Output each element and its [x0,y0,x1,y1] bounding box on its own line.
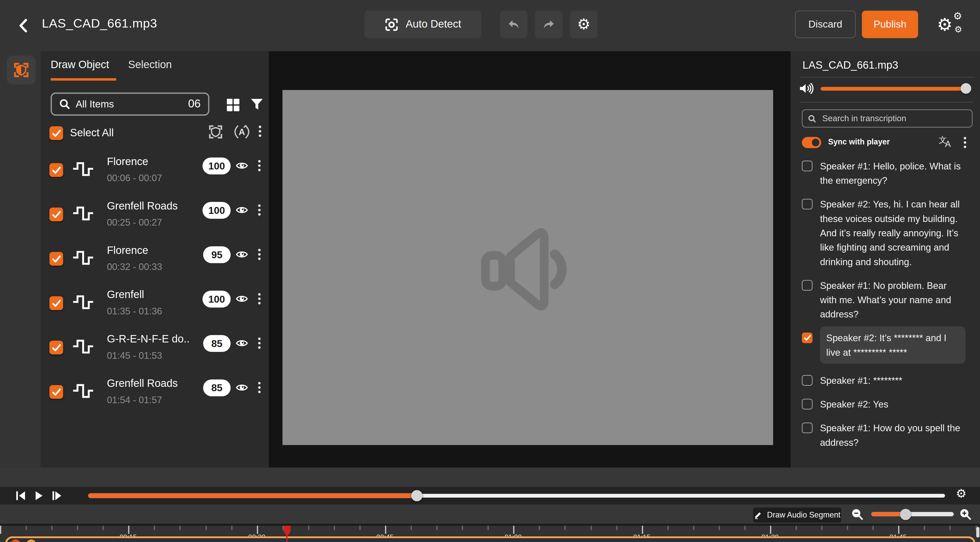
tab-draw-object[interactable]: Draw Object [51,59,109,71]
transcript-row[interactable]: Speaker #1: How do you spell the address… [802,421,966,450]
left-panel: Draw Object Selection All Items 06 [41,51,269,467]
volume-fill [821,87,966,91]
transcription-search-input[interactable] [821,113,966,124]
object-name: G-R-E-N-F-E do.. [107,333,189,346]
audio-placeholder-canvas[interactable] [282,90,773,445]
object-row[interactable]: Grenfell 01:35 - 01:36 100 [41,286,269,331]
playback-progress-slider[interactable] [88,494,945,497]
transcript-checkbox[interactable] [802,399,813,410]
object-name: Grenfell Roads [107,200,178,212]
timeline-zoom-thumb[interactable] [900,509,911,520]
object-checkbox[interactable] [49,296,63,310]
object-row[interactable]: Florence 00:06 - 00:07 100 [41,153,269,198]
object-row[interactable]: Grenfell Roads 01:54 - 01:57 85 [41,375,269,419]
object-row[interactable]: Grenfell Roads 00:25 - 00:27 100 [41,198,269,242]
object-checkbox[interactable] [49,341,63,354]
volume-thumb[interactable] [961,83,971,94]
transcription-search-box[interactable] [802,110,973,128]
transcript-menu-button[interactable] [964,137,966,148]
transcript-text: Speaker #2: Yes, hi. I can hear all thes… [820,197,966,269]
confidence-badge: 95 [203,246,231,263]
track-marker[interactable] [11,539,21,542]
object-menu-button[interactable] [258,204,261,216]
audio-track-strip[interactable] [5,536,976,542]
volume-slider[interactable] [821,87,966,91]
items-filter-dropdown[interactable]: All Items 06 [51,92,209,116]
auto-label-button[interactable]: A [234,124,250,142]
tab-selection[interactable]: Selection [128,59,172,71]
track-marker[interactable] [26,539,36,542]
visibility-eye-button[interactable] [235,249,248,262]
timeline-ruler[interactable]: 00:15 00:30 00:45 01:00 01:15 01:30 01:4… [0,524,980,542]
confidence-badge: 100 [203,202,231,219]
object-checkbox[interactable] [49,252,63,266]
discard-button[interactable]: Discard [795,11,856,38]
object-name: Grenfell [107,289,144,301]
volume-icon [799,82,815,97]
grid-view-button[interactable] [226,97,240,113]
player-settings-button[interactable]: ⚙ [954,488,969,503]
object-checkbox[interactable] [49,207,63,221]
divider [799,102,973,102]
timeline-zoom-slider[interactable] [871,512,954,516]
object-row[interactable]: G-R-E-N-F-E do.. 01:45 - 01:53 85 [41,331,269,375]
zoom-in-icon[interactable] [959,509,971,523]
transcript-row[interactable]: Speaker #1: No problem. Bear with me. Wh… [802,278,966,321]
publish-label: Publish [873,19,907,30]
select-all-checkbox[interactable] [49,126,63,140]
object-row[interactable]: Florence 00:32 - 00:33 95 [41,242,269,286]
publish-button[interactable]: Publish [862,11,918,38]
items-filter-value: All Items [76,99,183,110]
services-gears-button[interactable]: ⚙ ⚙ ⚙ [937,10,967,40]
object-menu-button[interactable] [258,160,261,171]
object-menu-button[interactable] [258,293,261,304]
visibility-eye-button[interactable] [235,205,248,217]
next-frame-button[interactable] [51,490,62,501]
object-checkbox[interactable] [49,385,63,399]
visibility-eye-button[interactable] [235,161,248,173]
transcript-row-selected[interactable]: Speaker #2: It’s ******** and I live at … [802,331,966,364]
play-button[interactable] [33,490,45,501]
discard-label: Discard [808,19,842,30]
settings-button[interactable]: ⚙ [570,11,598,38]
previous-frame-button[interactable] [15,490,26,501]
auto-detect-scan-icon [385,17,399,31]
redo-button[interactable] [535,11,563,38]
playback-progress-thumb[interactable] [411,490,423,501]
chevron-left-icon [19,19,27,32]
transcript-row[interactable]: Speaker #2: Yes [802,397,966,411]
redact-selected-button[interactable] [207,124,224,142]
visibility-eye-button[interactable] [235,383,248,395]
transcript-text: Speaker #2: Yes [820,397,888,411]
transcript-list: Speaker #1: Hello, police. What is the e… [802,159,966,450]
undo-button[interactable] [500,11,528,38]
timeline-scrollbar[interactable] [976,527,979,538]
visibility-eye-button[interactable] [235,294,248,306]
transcript-row[interactable]: Speaker #1: Hello, police. What is the e… [802,159,966,188]
transcript-row[interactable]: Speaker #1: ******** [802,373,966,387]
transcript-checkbox[interactable] [802,161,813,172]
object-menu-button[interactable] [258,382,261,393]
transcript-checkbox[interactable] [802,375,813,386]
redact-tool-button[interactable] [7,56,36,84]
sync-with-player-toggle[interactable] [802,137,821,148]
transcript-checkbox[interactable] [802,280,813,291]
filter-button[interactable] [250,97,264,111]
confidence-badge: 85 [203,335,231,352]
select-all-menu-button[interactable] [259,126,261,137]
object-checkbox[interactable] [49,163,63,177]
translate-icon[interactable]: 文A [939,134,955,150]
zoom-out-icon[interactable] [851,509,863,523]
visibility-eye-button[interactable] [235,338,248,351]
page-title: LAS_CAD_661.mp3 [42,16,157,30]
back-button[interactable] [14,16,32,35]
transcript-checkbox[interactable] [802,422,813,433]
top-bar: LAS_CAD_661.mp3 Auto Detect ⚙ [0,0,980,51]
transcript-checkbox[interactable] [802,199,813,209]
object-menu-button[interactable] [258,338,261,349]
object-menu-button[interactable] [258,249,261,260]
auto-detect-button[interactable]: Auto Detect [364,11,481,38]
transcript-checkbox-checked[interactable] [802,333,813,343]
transcript-row[interactable]: Speaker #2: Yes, hi. I can hear all thes… [802,197,966,269]
draw-audio-segment-button[interactable]: Draw Audio Segment [753,507,841,523]
